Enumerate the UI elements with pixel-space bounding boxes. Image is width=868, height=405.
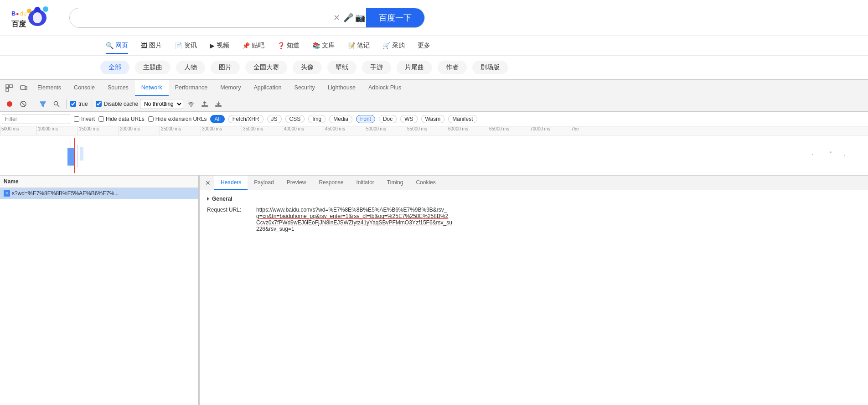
- separator: [33, 99, 33, 109]
- tab-sources[interactable]: Sources: [101, 80, 135, 96]
- disable-cache-label[interactable]: Disable cache: [96, 101, 138, 107]
- hide-data-urls-checkbox[interactable]: [98, 116, 104, 122]
- invert-label[interactable]: Invert: [74, 116, 95, 122]
- nav-item-shop[interactable]: 🛒 采购: [377, 38, 410, 53]
- nav-item-image[interactable]: 🖼 图片: [135, 38, 167, 53]
- type-filter-css[interactable]: CSS: [285, 115, 305, 123]
- throttle-select[interactable]: No throttling: [140, 99, 183, 109]
- general-label: General: [212, 196, 232, 202]
- timeline-dot-right: [812, 154, 813, 155]
- details-tab-headers[interactable]: Headers: [214, 176, 248, 190]
- ruler-mark-50s: 50000 ms: [365, 126, 406, 135]
- baidu-logo[interactable]: 百度 B ● du: [9, 6, 64, 29]
- ruler-mark-75s: 75e: [570, 126, 588, 135]
- details-tab-cookies[interactable]: Cookies: [409, 176, 442, 190]
- nav-item-more[interactable]: 更多: [412, 38, 436, 53]
- search-input[interactable]: 灌篮高手: [70, 8, 331, 27]
- doc-icon: ≡: [4, 190, 10, 197]
- search-voice-button[interactable]: 🎤: [342, 12, 354, 24]
- details-tab-payload[interactable]: Payload: [248, 176, 280, 190]
- tab-application[interactable]: Application: [247, 80, 288, 96]
- search-camera-button[interactable]: 📷: [354, 12, 366, 24]
- search-clear-button[interactable]: ✕: [331, 12, 342, 24]
- tab-security[interactable]: Security: [288, 80, 321, 96]
- type-filter-doc[interactable]: Doc: [379, 115, 397, 123]
- details-tab-preview[interactable]: Preview: [280, 176, 313, 190]
- details-tab-response[interactable]: Response: [312, 176, 350, 190]
- request-row-0[interactable]: ≡ s?wd=%E7%8E%8B%E5%AE%B6%E7%...: [0, 188, 198, 199]
- nav-item-zhidao[interactable]: ❓ 知道: [272, 38, 305, 53]
- type-filter-manifest[interactable]: Manifest: [448, 115, 477, 123]
- ruler-mark-45s: 45000 ms: [324, 126, 365, 135]
- search-submit-button[interactable]: 百度一下: [366, 8, 424, 28]
- separator3: [92, 99, 92, 109]
- name-column-header: Name: [0, 176, 198, 188]
- timeline-chart: [0, 135, 868, 176]
- inspector-icon[interactable]: [2, 80, 16, 96]
- filter-pill-theme[interactable]: 主题曲: [135, 61, 170, 74]
- nav-item-news[interactable]: 📄 资讯: [169, 38, 202, 53]
- type-filter-font[interactable]: Font: [356, 115, 375, 123]
- type-filter-fetch-xhr[interactable]: Fetch/XHR: [228, 115, 264, 123]
- nav-item-video[interactable]: ▶ 视频: [204, 38, 235, 53]
- filter-pill-theater[interactable]: 剧场版: [472, 61, 508, 74]
- tab-network[interactable]: Network: [135, 80, 169, 96]
- nav-item-note[interactable]: 📝 笔记: [342, 38, 375, 53]
- responsive-icon[interactable]: [16, 80, 31, 96]
- filter-pill-image[interactable]: 图片: [211, 61, 240, 74]
- hide-extension-urls-checkbox[interactable]: [148, 116, 154, 122]
- hide-data-urls-label[interactable]: Hide data URLs: [98, 116, 145, 122]
- tab-console[interactable]: Console: [67, 80, 101, 96]
- svg-line-16: [21, 102, 25, 106]
- import-har-button[interactable]: [199, 98, 211, 110]
- filter-pill-author[interactable]: 作者: [438, 61, 467, 74]
- type-filter-js[interactable]: JS: [267, 115, 282, 123]
- ruler-mark-35s: 35000 ms: [242, 126, 283, 135]
- details-tab-timing[interactable]: Timing: [381, 176, 410, 190]
- type-filter-ws[interactable]: WS: [400, 115, 417, 123]
- type-filter-media[interactable]: Media: [329, 115, 352, 123]
- filter-pill-person[interactable]: 人物: [176, 61, 205, 74]
- preserve-log-checkbox[interactable]: [70, 101, 76, 107]
- url-line-3: Ccvz0x7fPWd9wEJ6iEoFjJN8lnEJSWZIytz41yYa…: [256, 219, 452, 226]
- nav-item-wenku[interactable]: 📚 文库: [307, 38, 340, 53]
- filter-pill-competition[interactable]: 全国大赛: [245, 61, 287, 74]
- filter-pill-wallpaper[interactable]: 壁纸: [327, 61, 356, 74]
- tab-lighthouse[interactable]: Lighthouse: [321, 80, 362, 96]
- filter-pill-mobile[interactable]: 手游: [362, 61, 391, 74]
- tab-performance[interactable]: Performance: [169, 80, 214, 96]
- filter-pill-avatar[interactable]: 头像: [293, 61, 322, 74]
- preserve-log-label[interactable]: true: [70, 101, 88, 107]
- ruler-mark-55s: 55000 ms: [406, 126, 447, 135]
- filter-toggle-button[interactable]: [37, 98, 49, 110]
- nav-item-webpage[interactable]: 🔍 网页: [100, 38, 134, 53]
- network-conditions-button[interactable]: [185, 98, 197, 110]
- hide-extension-urls-label[interactable]: Hide extension URLs: [148, 116, 207, 122]
- export-har-button[interactable]: [212, 98, 224, 110]
- nav-item-tieba[interactable]: 📌 贴吧: [237, 38, 270, 53]
- tab-memory[interactable]: Memory: [214, 80, 247, 96]
- image-icon: 🖼: [141, 42, 147, 49]
- type-filter-all[interactable]: All: [210, 115, 224, 123]
- record-stop-button[interactable]: [4, 98, 16, 110]
- details-tab-initiator[interactable]: Initiator: [350, 176, 380, 190]
- baidu-navigation: 🔍 网页 🖼 图片 📄 资讯 ▶ 视频 📌 贴吧 ❓ 知道 📚 文库 📝 笔记 …: [0, 36, 868, 56]
- tab-elements[interactable]: Elements: [31, 80, 67, 96]
- type-filter-img[interactable]: Img: [308, 115, 326, 123]
- search-bar: 灌篮高手 ✕ 🎤 📷 百度一下: [69, 8, 425, 28]
- network-filter-input[interactable]: [2, 114, 70, 124]
- tab-adblock[interactable]: Adblock Plus: [362, 80, 408, 96]
- invert-checkbox[interactable]: [74, 116, 79, 122]
- filter-bar: 全部 主题曲 人物 图片 全国大赛 头像 壁纸 手游 片尾曲 作者 剧场版: [0, 56, 868, 79]
- clear-button[interactable]: [17, 98, 29, 110]
- ruler-mark-30s: 30000 ms: [201, 126, 242, 135]
- collapse-triangle-icon[interactable]: [207, 197, 209, 201]
- search-network-button[interactable]: [51, 98, 62, 110]
- filter-pill-ending[interactable]: 片尾曲: [397, 61, 432, 74]
- disable-cache-checkbox[interactable]: [96, 101, 102, 107]
- type-filter-wasm[interactable]: Wasm: [421, 115, 445, 123]
- timeline-dotted-2: [78, 145, 78, 167]
- svg-point-1: [43, 6, 48, 12]
- close-details-button[interactable]: ✕: [202, 177, 214, 189]
- filter-pill-all[interactable]: 全部: [100, 61, 129, 74]
